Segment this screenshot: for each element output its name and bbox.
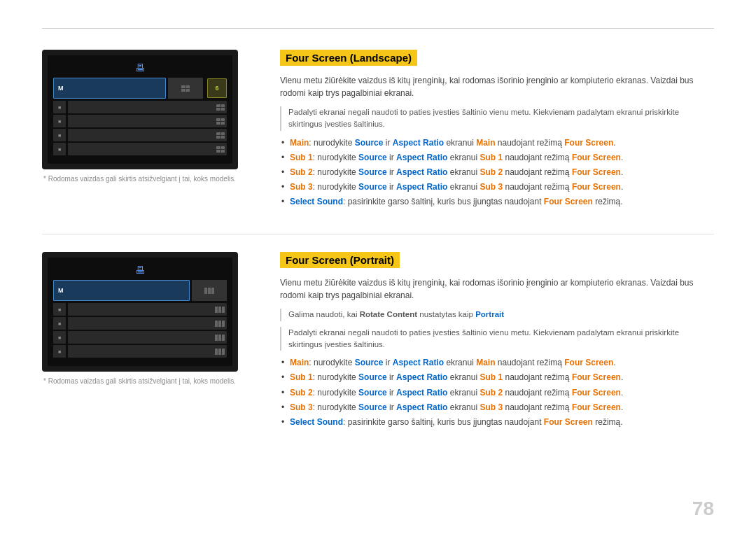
bullet-p-sub2-kw1: Source bbox=[358, 388, 387, 398]
sub-label-2: ■ bbox=[53, 115, 66, 127]
sub-row-p2: ■ bbox=[53, 317, 227, 330]
bullet-sub1-kw1: Source bbox=[358, 153, 387, 162]
bullet-sub3-kw4: Four Screen bbox=[572, 182, 621, 192]
bullet-sound-suffix: režimą. bbox=[593, 197, 623, 206]
sub-label-3: ■ bbox=[53, 129, 66, 141]
sub-label-text-p4: ■ bbox=[58, 349, 61, 354]
bullet-item-sound-portrait: Select Sound: pasirinkite garso šaltinį,… bbox=[280, 416, 714, 429]
bullet-p-sub2-mid1: : nurodykite bbox=[313, 388, 358, 398]
bullet-main-kw3: Main bbox=[476, 138, 495, 148]
bullet-p-sub1-prefix: Sub 1 bbox=[290, 372, 313, 382]
bullet-sub2-kw3: Sub 2 bbox=[479, 167, 503, 177]
section-portrait: 🖶 M bbox=[42, 252, 714, 433]
bullet-p-sub1-kw1: Source bbox=[358, 372, 387, 382]
bullet-main-mid4: naudojant režimą bbox=[495, 138, 564, 148]
note-text-landscape: Padalyti ekranai negali naudoti to patie… bbox=[288, 108, 679, 128]
monitor-inner-portrait: 🖶 M bbox=[48, 258, 232, 366]
desc-text-landscape: Vienu metu žiūrėkite vaizdus iš kitų įre… bbox=[280, 74, 714, 99]
sub-row-p3: ■ bbox=[53, 331, 227, 344]
main-screen-cell-portrait: M bbox=[53, 280, 190, 301]
sub-label-text-p3: ■ bbox=[58, 335, 61, 340]
note-portrait-1-text: Galima naudoti, kai bbox=[288, 310, 360, 318]
note-block-portrait-1: Galima naudoti, kai Rotate Content nusta… bbox=[280, 309, 714, 321]
bullet-p-sub2-suffix: . bbox=[621, 388, 623, 398]
sub-content-3 bbox=[68, 129, 227, 141]
bullet-item-sub3-portrait: Sub 3: nurodykite Source ir Aspect Ratio… bbox=[280, 401, 714, 414]
monitor-display-icon: 🖶 bbox=[135, 62, 145, 73]
section-right-portrait: Four Screen (Portrait) Vienu metu žiūrėk… bbox=[280, 252, 714, 433]
bullet-sub2-mid2: ir bbox=[387, 167, 396, 177]
bullet-list-portrait: Main: nurodykite Source ir Aspect Ratio … bbox=[280, 356, 714, 429]
bullet-p-sub1-mid3: ekranui bbox=[447, 372, 479, 382]
landscape-grid-icon-main bbox=[181, 85, 190, 92]
note-block-portrait-2: Padalyti ekranai negali naudoti to patie… bbox=[280, 327, 714, 351]
bullet-p-main-kw2: Aspect Ratio bbox=[393, 358, 444, 367]
page-number: 78 bbox=[692, 498, 714, 520]
bullet-sub1-prefix: Sub 1 bbox=[290, 153, 313, 162]
bullet-sub2-kw1: Source bbox=[358, 167, 387, 177]
bullet-p-sub3-kw3: Sub 3 bbox=[479, 402, 503, 412]
bullet-sub2-mid1: : nurodykite bbox=[313, 167, 358, 177]
monitor-landscape: 🖶 M 6 bbox=[42, 50, 238, 169]
portrait-grid-icon-3 bbox=[215, 335, 225, 341]
sub-label-p3: ■ bbox=[53, 331, 66, 344]
landscape-grid-icon-2 bbox=[216, 118, 225, 125]
bullet-p-sub1-kw2: Aspect Ratio bbox=[396, 372, 447, 382]
bullet-sound-kw1: Four Screen bbox=[544, 197, 593, 206]
bullet-sub2-suffix: . bbox=[621, 167, 623, 177]
sub-label-1: ■ bbox=[53, 101, 66, 113]
bullet-sub1-mid2: ir bbox=[387, 153, 396, 162]
monitor-portrait: 🖶 M bbox=[42, 252, 238, 372]
bullet-p-sub3-mid4: naudojant režimą bbox=[503, 402, 572, 412]
bullet-p-sub1-kw4: Four Screen bbox=[572, 372, 621, 382]
bullet-sub3-kw1: Source bbox=[358, 182, 387, 192]
sub-row-2: ■ bbox=[53, 115, 227, 127]
bullet-main-kw1: Source bbox=[355, 138, 384, 148]
bullet-sub1-mid3: ekranui bbox=[447, 153, 479, 162]
note-portrait-2-text: Padalyti ekranai negali naudoti to patie… bbox=[288, 328, 679, 349]
landscape-grid-icon-4 bbox=[216, 146, 225, 153]
landscape-grid-icon-3 bbox=[216, 132, 225, 139]
portrait-grid-icon-1 bbox=[215, 307, 225, 313]
sub-content-p2 bbox=[68, 317, 227, 330]
bullet-p-sub1-mid1: : nurodykite bbox=[313, 372, 358, 382]
bullet-sub1-suffix: . bbox=[621, 153, 623, 162]
sub-label-p1: ■ bbox=[53, 303, 66, 316]
bullet-p-sub2-kw4: Four Screen bbox=[572, 388, 621, 398]
page-container: 🖶 M 6 bbox=[0, 0, 756, 482]
sub-content-p1 bbox=[68, 303, 227, 316]
bullet-p-main-mid4: naudojant režimą bbox=[495, 358, 564, 367]
sub-row-4: ■ bbox=[53, 143, 227, 155]
sub-screen-main-right bbox=[168, 78, 203, 99]
bullet-sub1-kw3: Sub 1 bbox=[479, 153, 503, 162]
bullet-p-sub1-suffix: . bbox=[621, 372, 623, 382]
bullet-p-main-suffix: . bbox=[613, 358, 615, 367]
bullet-p-sound-suffix: režimą. bbox=[593, 417, 623, 427]
bullet-sub3-kw3: Sub 3 bbox=[479, 182, 503, 192]
main-screen-label: M bbox=[58, 85, 64, 92]
main-screen-label-portrait: M bbox=[58, 287, 64, 294]
sub-label-text-2: ■ bbox=[58, 119, 61, 124]
section-right-landscape: Four Screen (Landscape) Vienu metu žiūrė… bbox=[280, 50, 714, 213]
bullet-item-main-portrait: Main: nurodykite Source ir Aspect Ratio … bbox=[280, 356, 714, 370]
bullet-item-sound-landscape: Select Sound: pasirinkite garso šaltinį,… bbox=[280, 195, 714, 209]
bullet-p-sub3-kw2: Aspect Ratio bbox=[396, 402, 447, 412]
bullet-main-mid1: : nurodykite bbox=[309, 138, 354, 148]
bullet-p-main-mid1: : nurodykite bbox=[309, 358, 354, 367]
portrait-grid-icon-4 bbox=[215, 349, 225, 355]
bullet-p-sub2-mid2: ir bbox=[387, 388, 396, 398]
note-portrait-portrait-kw: Portrait bbox=[475, 310, 504, 318]
bullet-sound-mid1: : pasirinkite garso šaltinį, kuris bus į… bbox=[343, 197, 544, 206]
bullet-p-sub3-mid3: ekranui bbox=[447, 402, 479, 412]
top-line bbox=[42, 28, 714, 29]
mid-line bbox=[42, 234, 714, 234]
bullet-list-landscape: Main: nurodykite Source ir Aspect Ratio … bbox=[280, 136, 714, 209]
bullet-p-sub3-mid2: ir bbox=[387, 402, 396, 412]
bullet-p-sound-mid1: : pasirinkite garso šaltinį, kuris bus į… bbox=[343, 417, 544, 427]
section-landscape: 🖶 M 6 bbox=[42, 50, 714, 213]
bullet-p-sub1-kw3: Sub 1 bbox=[479, 372, 503, 382]
bullet-item-main-landscape: Main: nurodykite Source ir Aspect Ratio … bbox=[280, 136, 714, 150]
bullet-p-sub3-mid1: : nurodykite bbox=[313, 402, 358, 412]
monitor-topbar-portrait: 🖶 bbox=[53, 265, 227, 276]
main-screen-row: M 6 bbox=[53, 78, 227, 99]
